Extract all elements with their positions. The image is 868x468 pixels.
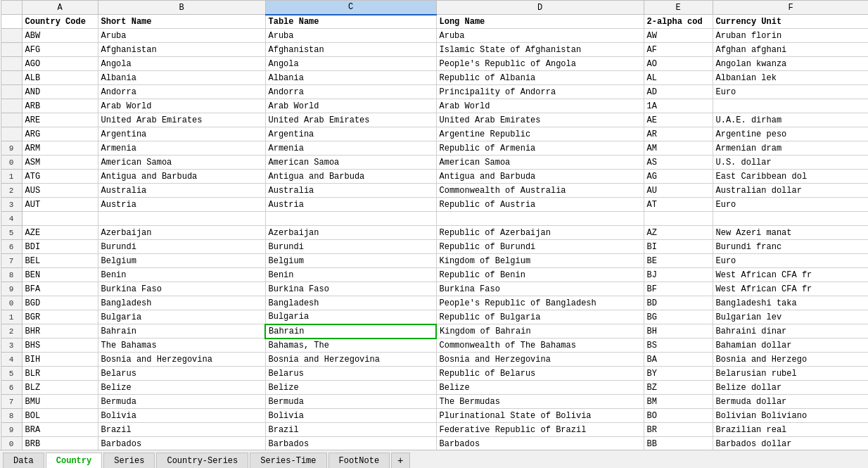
- cell-c[interactable]: Arab World: [265, 99, 436, 113]
- cell-c[interactable]: Bahamas, The: [265, 339, 436, 353]
- cell-f[interactable]: Brazilian real: [713, 423, 868, 437]
- cell-a[interactable]: ABW: [22, 29, 98, 43]
- cell-d[interactable]: Plurinational State of Bolivia: [436, 409, 644, 423]
- cell-f[interactable]: Bahamian dollar: [713, 339, 868, 353]
- cell-e[interactable]: BE: [644, 254, 713, 268]
- cell-f[interactable]: Bulgarian lev: [713, 310, 868, 324]
- cell-e[interactable]: AE: [644, 113, 713, 127]
- tab-country[interactable]: Country: [46, 453, 102, 468]
- cell-d[interactable]: Republic of Benin: [436, 268, 644, 282]
- cell-b[interactable]: Austria: [98, 198, 265, 212]
- cell-e[interactable]: AG: [644, 170, 713, 184]
- cell-c[interactable]: American Samoa: [265, 156, 436, 170]
- cell-c[interactable]: Brazil: [265, 423, 436, 437]
- cell-d[interactable]: Republic of Burundi: [436, 240, 644, 254]
- cell-c[interactable]: Burundi: [265, 240, 436, 254]
- cell-c[interactable]: Armenia: [265, 141, 436, 156]
- cell-a[interactable]: BFA: [22, 282, 98, 296]
- cell-d[interactable]: Arab World: [436, 99, 644, 113]
- cell-f[interactable]: Afghan afghani: [713, 43, 868, 57]
- cell-b[interactable]: The Bahamas: [98, 339, 265, 353]
- cell-e[interactable]: BY: [644, 367, 713, 381]
- cell-b[interactable]: American Samoa: [98, 156, 265, 170]
- cell-f[interactable]: Belize dollar: [713, 381, 868, 395]
- tab-data[interactable]: Data: [3, 453, 44, 468]
- cell-b[interactable]: Aruba: [98, 29, 265, 43]
- tab-add-button[interactable]: +: [391, 453, 409, 468]
- cell-c[interactable]: Bahrain: [265, 324, 436, 339]
- tab-country-series[interactable]: Country-Series: [156, 453, 248, 468]
- cell-d[interactable]: Republic of Bulgaria: [436, 310, 644, 324]
- cell-c[interactable]: Aruba: [265, 29, 436, 43]
- cell-f[interactable]: Argentine peso: [713, 127, 868, 141]
- cell-a[interactable]: BGR: [22, 310, 98, 324]
- cell-f[interactable]: West African CFA fr: [713, 282, 868, 296]
- cell-a[interactable]: ASM: [22, 156, 98, 170]
- cell-f[interactable]: Angolan kwanza: [713, 57, 868, 71]
- cell-b[interactable]: Short Name: [98, 15, 265, 29]
- cell-e[interactable]: BF: [644, 282, 713, 296]
- cell-e[interactable]: AU: [644, 184, 713, 198]
- cell-b[interactable]: Arab World: [98, 99, 265, 113]
- cell-e[interactable]: BD: [644, 296, 713, 310]
- cell-a[interactable]: AFG: [22, 43, 98, 57]
- cell-c[interactable]: Belgium: [265, 254, 436, 268]
- cell-d[interactable]: Islamic State of Afghanistan: [436, 43, 644, 57]
- cell-b[interactable]: Argentina: [98, 127, 265, 141]
- cell-e[interactable]: BB: [644, 437, 713, 450]
- cell-a[interactable]: AGO: [22, 57, 98, 71]
- cell-b[interactable]: Antigua and Barbuda: [98, 170, 265, 184]
- cell-d[interactable]: Republic of Belarus: [436, 367, 644, 381]
- cell-f[interactable]: Albanian lek: [713, 71, 868, 85]
- cell-e[interactable]: 1A: [644, 99, 713, 113]
- cell-d[interactable]: People's Republic of Angola: [436, 57, 644, 71]
- cell-a[interactable]: BRB: [22, 437, 98, 450]
- cell-b[interactable]: Belize: [98, 381, 265, 395]
- cell-d[interactable]: Commonwealth of The Bahamas: [436, 339, 644, 353]
- cell-a[interactable]: BLR: [22, 367, 98, 381]
- cell-e[interactable]: AD: [644, 85, 713, 99]
- tab-series-time[interactable]: Series-Time: [250, 453, 326, 468]
- cell-b[interactable]: [98, 212, 265, 226]
- cell-a[interactable]: BEN: [22, 268, 98, 282]
- tab-footnote[interactable]: FootNote: [328, 453, 390, 468]
- cell-f[interactable]: Australian dollar: [713, 184, 868, 198]
- cell-f[interactable]: [713, 212, 868, 226]
- cell-e[interactable]: BO: [644, 409, 713, 423]
- cell-a[interactable]: ATG: [22, 170, 98, 184]
- cell-c[interactable]: Barbados: [265, 437, 436, 450]
- cell-d[interactable]: Burkina Faso: [436, 282, 644, 296]
- cell-d[interactable]: Federative Republic of Brazil: [436, 423, 644, 437]
- cell-a[interactable]: BOL: [22, 409, 98, 423]
- cell-b[interactable]: United Arab Emirates: [98, 113, 265, 127]
- cell-c[interactable]: Angola: [265, 57, 436, 71]
- cell-c[interactable]: Bermuda: [265, 395, 436, 409]
- cell-b[interactable]: Burkina Faso: [98, 282, 265, 296]
- cell-b[interactable]: Bahrain: [98, 324, 265, 339]
- cell-e[interactable]: BZ: [644, 381, 713, 395]
- col-b-header[interactable]: B: [98, 1, 265, 15]
- cell-d[interactable]: United Arab Emirates: [436, 113, 644, 127]
- cell-f[interactable]: Euro: [713, 85, 868, 99]
- col-e-header[interactable]: E: [644, 1, 713, 15]
- col-f-header[interactable]: F: [713, 1, 868, 15]
- cell-d[interactable]: American Samoa: [436, 156, 644, 170]
- cell-c[interactable]: Argentina: [265, 127, 436, 141]
- cell-b[interactable]: Albania: [98, 71, 265, 85]
- cell-c[interactable]: Bangladesh: [265, 296, 436, 310]
- cell-e[interactable]: AR: [644, 127, 713, 141]
- cell-c[interactable]: Andorra: [265, 85, 436, 99]
- cell-d[interactable]: Republic of Austria: [436, 198, 644, 212]
- cell-a[interactable]: AND: [22, 85, 98, 99]
- cell-b[interactable]: Benin: [98, 268, 265, 282]
- cell-b[interactable]: Bulgaria: [98, 310, 265, 324]
- cell-b[interactable]: Barbados: [98, 437, 265, 450]
- cell-e[interactable]: AW: [644, 29, 713, 43]
- cell-e[interactable]: [644, 212, 713, 226]
- cell-f[interactable]: East Caribbean dol: [713, 170, 868, 184]
- cell-d[interactable]: Kingdom of Belgium: [436, 254, 644, 268]
- cell-f[interactable]: Burundi franc: [713, 240, 868, 254]
- cell-d[interactable]: People's Republic of Bangladesh: [436, 296, 644, 310]
- cell-f[interactable]: Bahraini dinar: [713, 324, 868, 339]
- cell-c[interactable]: Bolivia: [265, 409, 436, 423]
